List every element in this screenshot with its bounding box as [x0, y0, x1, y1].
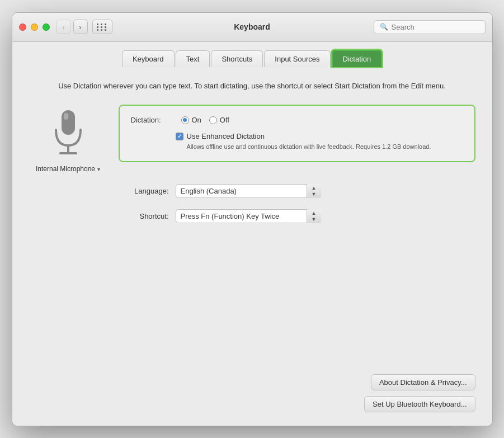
search-icon: 🔍	[380, 23, 388, 31]
about-privacy-button[interactable]: About Dictation & Privacy...	[371, 374, 475, 390]
main-row: Internal Microphone ▾ Dictation: On	[29, 105, 475, 173]
mic-section: Internal Microphone ▾	[29, 105, 107, 173]
radio-off[interactable]: Off	[209, 116, 229, 124]
tabbar: Keyboard Text Shortcuts Input Sources Di…	[12, 42, 492, 67]
grid-dots-icon	[97, 23, 107, 31]
dictation-toggle-row: Dictation: On Off	[131, 116, 463, 124]
window-title: Keyboard	[234, 22, 270, 31]
enhanced-checkbox[interactable]	[176, 133, 183, 140]
enhanced-label: Use Enhanced Dictation	[187, 132, 265, 140]
mic-dropdown-icon: ▾	[97, 166, 100, 172]
bluetooth-button[interactable]: Set Up Bluetooth Keyboard...	[364, 396, 475, 412]
tab-dictation[interactable]: Dictation	[332, 50, 383, 67]
shortcut-row: Shortcut: Press Fn (Function) Key Twice …	[119, 209, 475, 223]
svg-rect-1	[64, 113, 68, 120]
svg-rect-0	[62, 110, 75, 135]
mic-label[interactable]: Internal Microphone ▾	[36, 165, 100, 173]
settings-box: Dictation: On Off	[119, 105, 475, 162]
enhanced-row: Use Enhanced Dictation Allows offline us…	[176, 132, 463, 151]
radio-on-button[interactable]	[181, 116, 189, 124]
radio-off-label: Off	[220, 116, 229, 124]
maximize-button[interactable]	[43, 23, 50, 31]
tab-shortcuts[interactable]: Shortcuts	[211, 50, 263, 67]
language-select-wrapper: English (Canada) English (United States)…	[176, 184, 321, 198]
language-label: Language:	[119, 187, 169, 195]
mic-label-text: Internal Microphone	[36, 165, 95, 173]
tab-input-sources[interactable]: Input Sources	[264, 50, 330, 67]
microphone-icon	[46, 105, 91, 161]
language-select[interactable]: English (Canada) English (United States)…	[176, 184, 321, 198]
enhanced-checkbox-row: Use Enhanced Dictation	[176, 132, 463, 140]
traffic-lights	[19, 23, 50, 31]
close-button[interactable]	[19, 23, 26, 31]
description-text: Use Dictation wherever you can type text…	[29, 81, 475, 92]
radio-off-button[interactable]	[209, 116, 217, 124]
titlebar: ‹ › Keyboard 🔍	[12, 13, 492, 42]
radio-group: On Off	[181, 116, 229, 124]
content: Use Dictation wherever you can type text…	[12, 67, 492, 426]
search-box[interactable]: 🔍	[374, 20, 486, 34]
shortcut-select-wrapper: Press Fn (Function) Key Twice Off Press …	[176, 209, 321, 223]
language-row: Language: English (Canada) English (Unit…	[119, 184, 475, 198]
shortcut-select[interactable]: Press Fn (Function) Key Twice Off Press …	[176, 209, 321, 223]
search-input[interactable]	[392, 23, 479, 31]
tab-text[interactable]: Text	[176, 50, 210, 67]
nav-buttons: ‹ ›	[56, 20, 88, 34]
enhanced-description: Allows offline use and continuous dictat…	[187, 143, 463, 151]
window: ‹ › Keyboard 🔍 Keyboard Text Shortcuts I…	[12, 12, 493, 426]
app-grid-button[interactable]	[92, 20, 112, 34]
tab-keyboard[interactable]: Keyboard	[122, 50, 175, 67]
radio-on-label: On	[192, 116, 201, 124]
radio-on[interactable]: On	[181, 116, 201, 124]
bottom-area: About Dictation & Privacy... Set Up Blue…	[29, 374, 475, 412]
dictation-field-label: Dictation:	[131, 116, 176, 124]
minimize-button[interactable]	[31, 23, 38, 31]
forward-button[interactable]: ›	[73, 20, 88, 34]
back-button[interactable]: ‹	[56, 20, 71, 34]
shortcut-label: Shortcut:	[119, 212, 169, 220]
